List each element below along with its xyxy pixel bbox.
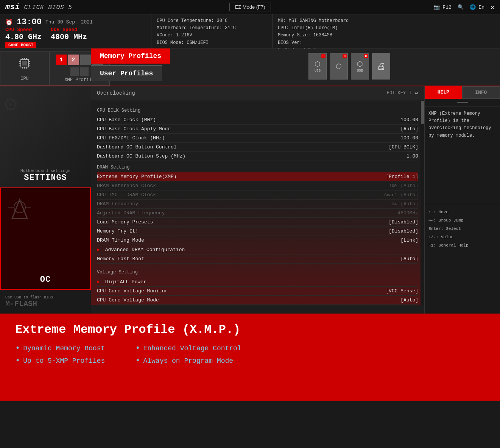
sidebar-item-settings[interactable]: ⚙️ Motherboard settings SETTINGS bbox=[0, 86, 91, 187]
usb-badge-2: U bbox=[343, 54, 347, 58]
xmp-num-1: 1 bbox=[56, 55, 67, 65]
ez-mode-button[interactable]: EZ Mode (F7) bbox=[229, 3, 271, 11]
usb-label-1: USB bbox=[315, 69, 321, 73]
usb-icon-1[interactable]: U ⬡ USB bbox=[308, 53, 327, 80]
sidebar: ⚙️ Motherboard settings SETTINGS OC Use bbox=[0, 86, 91, 314]
mb-temp: Motherboard Temperature: 31°C bbox=[157, 25, 267, 32]
usb-icon-2[interactable]: U ⬡ bbox=[330, 53, 348, 80]
settings-bg-icon: ⚙️ bbox=[4, 90, 17, 118]
setting-cpu-imc-dram[interactable]: CPU IMC : DRAM Clock Gear2 [Auto] bbox=[97, 190, 418, 200]
section-dram: DRAM Setting bbox=[97, 165, 418, 170]
tab-info[interactable]: INFO bbox=[462, 86, 500, 99]
current-date: Thu 30 Sep, 2021 bbox=[45, 19, 93, 25]
help-footer-move: ↑↓: Move bbox=[428, 208, 496, 216]
help-footer-value: +/-: Value bbox=[428, 233, 496, 241]
cpu-temp: CPU Core Temperature: 30°C bbox=[157, 17, 267, 25]
tab-cpu-label: CPU bbox=[20, 76, 29, 81]
cpu-icon bbox=[17, 56, 32, 74]
xmp-num-6 bbox=[80, 67, 89, 76]
bottom-section: Extreme Memory Profile (X.M.P.) Dynamic … bbox=[0, 314, 500, 401]
info-left: ⏰ 13:00 Thu 30 Sep, 2021 CPU Speed 4.80 … bbox=[0, 14, 151, 48]
section-cpu-bclk: CPU BCLK Setting bbox=[97, 108, 418, 113]
search-button[interactable]: 🔍 bbox=[458, 4, 464, 10]
main-content: ⚙️ Motherboard settings SETTINGS OC Use bbox=[0, 86, 500, 314]
mem-size: Memory Size: 16384MB bbox=[278, 32, 495, 39]
usb-icons-row: U ⬡ USB U ⬡ U ⬡ USB 🖨 bbox=[308, 53, 390, 80]
setting-cpu-core-volt-monitor[interactable]: CPU Core Voltage Monitor [VCC Sense] bbox=[97, 287, 418, 296]
setting-adj-dram-freq: Adjusted DRAM Frequency 4800MHz bbox=[97, 209, 418, 218]
oc-panel: Overclocking HOT KEY I ↩ CPU BCLK Settin… bbox=[91, 86, 424, 314]
setting-cpu-base-clock[interactable]: CPU Base Clock (MHz) 100.00 bbox=[97, 116, 418, 125]
setting-dram-freq[interactable]: DRAM Frequency 24 [Auto] bbox=[97, 200, 418, 209]
info-mid: CPU Core Temperature: 30°C Motherboard T… bbox=[151, 14, 273, 48]
setting-dashboard-oc-control[interactable]: Dashboard OC Button Control [CPU BCLK] bbox=[97, 143, 418, 152]
setting-cpu-peg-dmi[interactable]: CPU PEG/DMI Clock (MHz) 100.00 bbox=[97, 134, 418, 143]
help-footer: ↑↓: Move →←: Group Jump Enter: Select +/… bbox=[425, 204, 500, 253]
clock-icon: ⏰ bbox=[5, 19, 13, 26]
setting-cpu-base-clock-mode[interactable]: CPU Base Clock Apply Mode [Auto] bbox=[97, 125, 418, 134]
setting-advanced-dram[interactable]: ▶ Advanced DRAM Configuration bbox=[97, 245, 418, 254]
info-right: MB: MSI GAMING Motherboard CPU: Intel(R)… bbox=[273, 14, 500, 48]
help-footer-group: →←: Group Jump bbox=[428, 216, 496, 225]
help-footer-f1: F1: General Help bbox=[428, 241, 496, 250]
msi-logo: msi CLICK BIOS 5 bbox=[5, 3, 72, 11]
oc-text: OC bbox=[40, 275, 51, 284]
bottom-features: Dynamic Memory Boost Up to 5-XMP Profile… bbox=[15, 343, 485, 365]
game-boost-badge[interactable]: GAME BOOST bbox=[5, 42, 36, 48]
setting-dram-ref-clock[interactable]: DRAM Reference Clock 100 [Auto] bbox=[97, 181, 418, 190]
help-panel: HELP INFO XMP (Extreme Memory Profile) i… bbox=[424, 86, 500, 314]
feature-dynamic-memory: Dynamic Memory Boost bbox=[15, 343, 105, 353]
top-bar: msi CLICK BIOS 5 EZ Mode (F7) 📷 F12 🔍 🌐 … bbox=[0, 0, 500, 14]
setting-load-mem-presets[interactable]: Load Memory Presets [Disabled] bbox=[97, 218, 418, 227]
oc-title: Overclocking bbox=[97, 90, 135, 96]
screenshot-button[interactable]: 📷 F12 bbox=[434, 4, 452, 10]
tab-cpu[interactable]: CPU bbox=[0, 52, 49, 86]
setting-dram-timing-mode[interactable]: DRAM Timing Mode [Link] bbox=[97, 236, 418, 245]
cpu-name: CPU: Intel(R) Core(TM) bbox=[278, 25, 495, 32]
setting-dashboard-oc-step[interactable]: Dashboard OC Button Step (MHz) 1.00 bbox=[97, 152, 418, 161]
setting-mem-try-it[interactable]: Memory Try It! [Disabled] bbox=[97, 227, 418, 236]
bottom-title: Extreme Memory Profile (X.M.P.) bbox=[15, 323, 485, 337]
usb-symbol-3: ⬡ bbox=[357, 60, 363, 68]
oc-header: Overclocking HOT KEY I ↩ bbox=[91, 86, 424, 100]
vcore: VCore: 1.216V bbox=[157, 32, 267, 39]
sidebar-item-oc[interactable]: OC bbox=[0, 187, 91, 290]
usb-symbol-1: ⬡ bbox=[315, 60, 321, 68]
features-right: Enhanced Voltage Control Always on Progr… bbox=[135, 343, 241, 365]
close-button[interactable]: ✕ bbox=[491, 3, 495, 11]
language-button[interactable]: 🌐 En bbox=[470, 4, 484, 10]
memory-profiles-button[interactable]: Memory Profiles bbox=[91, 48, 170, 64]
hotkey-row: HOT KEY I ↩ bbox=[387, 89, 418, 97]
hotkey-separator: I bbox=[409, 91, 411, 96]
oc-bg-icon bbox=[5, 192, 35, 224]
setting-mem-fast-boot[interactable]: Memory Fast Boot [Auto] bbox=[97, 254, 418, 264]
xmp-profile-label: XMP Profile bbox=[64, 77, 94, 83]
usb-badge-3: U bbox=[364, 54, 368, 58]
usb-badge-1: U bbox=[321, 54, 326, 58]
tab-help[interactable]: HELP bbox=[425, 86, 462, 99]
xmp-num-5 bbox=[70, 67, 79, 76]
usb-icon-3[interactable]: U ⬡ USB bbox=[351, 53, 369, 80]
features-left: Dynamic Memory Boost Up to 5-XMP Profile… bbox=[15, 343, 105, 365]
user-profiles-button[interactable]: User Profiles bbox=[91, 65, 162, 81]
top-bar-actions: 📷 F12 🔍 🌐 En ✕ bbox=[434, 3, 495, 11]
current-time: 13:00 bbox=[17, 17, 42, 27]
scrollbar[interactable] bbox=[421, 100, 424, 305]
setting-xmp[interactable]: Extreme Memory Profile(XMP) [Profile 1] bbox=[97, 172, 418, 181]
mb-name: MB: MSI GAMING Motherboard bbox=[278, 17, 495, 25]
time-date: ⏰ 13:00 Thu 30 Sep, 2021 bbox=[5, 17, 146, 27]
svg-point-14 bbox=[14, 201, 25, 213]
ddr-speed: DDR Speed 4800 MHz bbox=[51, 27, 87, 41]
oc-content: CPU BCLK Setting CPU Base Clock (MHz) 10… bbox=[91, 100, 424, 305]
speed-row: CPU Speed 4.80 GHz DDR Speed 4800 MHz bbox=[5, 27, 146, 41]
bios-ver: BIOS Ver: bbox=[278, 39, 495, 47]
setting-digitall-power[interactable]: ▶ DigitALL Power bbox=[97, 277, 418, 287]
usb-icon-4[interactable]: 🖨 bbox=[372, 53, 390, 80]
setting-cpu-core-volt-mode[interactable]: CPU Core Voltage Mode [Auto] bbox=[97, 296, 418, 305]
usb-symbol-4: 🖨 bbox=[377, 61, 386, 72]
feature-enhanced-voltage: Enhanced Voltage Control bbox=[135, 343, 241, 353]
usb-symbol-2: ⬡ bbox=[336, 62, 342, 70]
sidebar-item-mflash[interactable]: Use USB to flash BIOS M-FLASH bbox=[0, 290, 91, 314]
back-button[interactable]: ↩ bbox=[414, 89, 418, 97]
usb-label-3: USB bbox=[357, 69, 363, 73]
